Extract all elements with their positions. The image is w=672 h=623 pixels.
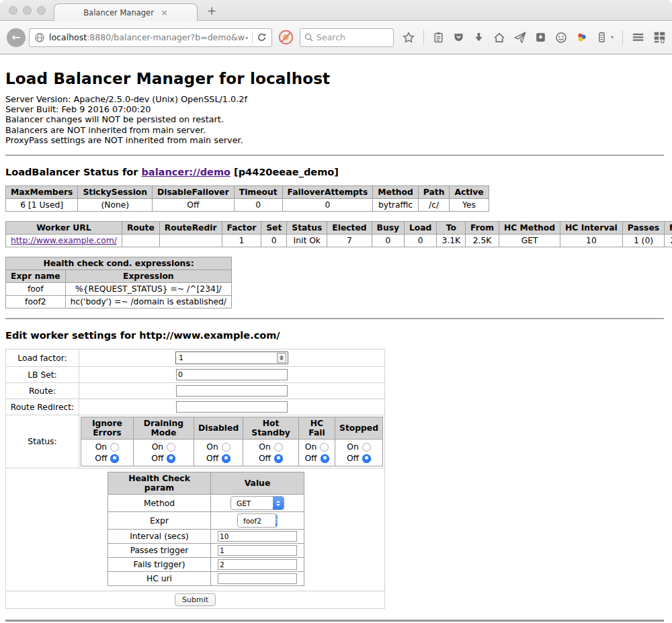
column-header: Route	[122, 222, 159, 235]
ignore-errors-on-radio[interactable]	[110, 443, 119, 452]
status-header-row: Ignore Errors Draining Mode Disabled Hot…	[81, 417, 383, 440]
tab-close-icon[interactable]: ×	[161, 8, 168, 17]
window-minimize-button[interactable]	[23, 6, 32, 15]
color-dots-extension-icon[interactable]	[576, 32, 587, 43]
disabled-on-radio[interactable]	[222, 443, 230, 452]
set-cell: 0	[261, 235, 287, 247]
column-header: Factor	[222, 222, 261, 235]
hc-header-row: Health Check param Value	[108, 472, 304, 495]
send-tab-icon[interactable]	[514, 32, 526, 44]
fails-cell: 2 (0)	[665, 235, 672, 247]
search-bar[interactable]: Search	[300, 28, 394, 47]
column-header: Path	[418, 186, 450, 199]
extension-download-icon[interactable]	[535, 32, 546, 43]
expr-select[interactable]: foof2	[237, 513, 278, 528]
balancer-params-table: MaxMembers StickySession DisableFailover…	[5, 185, 489, 212]
table-header-row: Expr name Expression	[6, 270, 232, 283]
column-header: Set	[261, 222, 287, 235]
draining-mode-off-radio[interactable]	[167, 454, 175, 463]
method-select[interactable]: GET	[230, 496, 284, 510]
balancer-demo-link[interactable]: balancer://demo	[141, 167, 230, 177]
passes-trigger-input[interactable]	[218, 545, 297, 556]
form-row: Route:	[6, 383, 385, 399]
hc-param-row: Passes trigger	[108, 544, 304, 558]
url-text[interactable]: localhost:8880/balancer-manager?b=demo&w…	[49, 32, 248, 42]
window-close-button[interactable]	[9, 6, 17, 15]
on-label: On	[305, 442, 317, 452]
fails-trigger-label: Fails trigger)	[108, 558, 211, 572]
downloads-icon[interactable]	[473, 32, 485, 43]
form-row: Load factor:	[6, 349, 385, 367]
back-button[interactable]: ←	[7, 28, 26, 47]
fails-trigger-input[interactable]	[218, 559, 297, 570]
table-header-row: MaxMembers StickySession DisableFailover…	[6, 186, 489, 199]
content-blocked-icon[interactable]	[278, 30, 294, 45]
urlbar-divider	[252, 32, 253, 44]
window-zoom-button[interactable]	[37, 6, 46, 15]
loadbalancer-status-heading: LoadBalancer Status for balancer://demo …	[5, 167, 664, 177]
maxmembers-value: 6 [1 Used]	[6, 199, 78, 212]
stopped-on-radio[interactable]	[362, 443, 371, 452]
route-redirect-input[interactable]	[176, 401, 288, 413]
reading-list-icon[interactable]	[433, 32, 444, 43]
hc-uri-input[interactable]	[218, 573, 297, 584]
column-header: Disabled	[194, 417, 243, 440]
hot-standby-off-radio[interactable]	[274, 454, 283, 463]
expr-row: foof %{REQUEST_STATUS} =~ /^[234]/	[6, 283, 232, 296]
reload-icon[interactable]	[257, 32, 267, 42]
expr-select-value: foof2	[238, 514, 276, 527]
off-label: Off	[347, 454, 359, 463]
disablefailover-value: Off	[153, 199, 235, 212]
select-stepper-icon	[276, 514, 278, 527]
worker-url-link[interactable]: http://www.example.com/	[11, 236, 117, 245]
url-bar[interactable]: localhost:8880/balancer-manager?b=demo&w…	[29, 28, 272, 47]
column-header: Expr name	[6, 270, 66, 283]
tab-balancer-manager[interactable]: Balancer Manager ×	[54, 3, 198, 21]
method-select-value: GET	[231, 497, 273, 509]
menu-hamburger-icon[interactable]	[632, 31, 644, 44]
new-tab-button[interactable]: +	[207, 4, 216, 17]
draining-mode-on-radio[interactable]	[167, 443, 175, 452]
hc-params-row: Health Check param Value Method GET	[6, 468, 385, 591]
page-content: Load Balancer Manager for localhost Serv…	[0, 54, 672, 623]
table-header-row: Worker URL Route RouteRedir Factor Set S…	[6, 222, 672, 235]
ignore-errors-off-radio[interactable]	[110, 454, 119, 463]
load-factor-field[interactable]	[175, 351, 288, 364]
load-factor-input[interactable]	[177, 353, 277, 363]
column-header: MaxMembers	[6, 186, 78, 199]
column-header: HC Fail	[298, 417, 335, 440]
submit-button[interactable]: Submit	[175, 593, 216, 606]
worker-url-cell: http://www.example.com/	[6, 235, 122, 247]
expr-row: foof2 hc('body') =~ /domain is establish…	[6, 296, 232, 308]
column-header: DisableFailover	[153, 186, 235, 199]
stopped-off-radio[interactable]	[362, 454, 371, 463]
container-battery-icon[interactable]	[596, 32, 607, 43]
hc-param-row: Method GET	[108, 495, 304, 512]
route-input[interactable]	[176, 385, 288, 397]
tab-groups-icon[interactable]	[653, 31, 666, 44]
hc-fail-on-radio[interactable]	[320, 443, 329, 452]
interval-input[interactable]	[218, 531, 297, 542]
lb-set-input[interactable]	[176, 369, 288, 380]
elected-cell: 7	[327, 235, 372, 247]
bookmark-star-icon[interactable]	[403, 32, 415, 44]
path-value: /c/	[418, 199, 450, 212]
expr-value: %{REQUEST_STATUS} =~ /^[234]/	[65, 283, 231, 296]
hc-param-row: Interval (secs)	[108, 530, 304, 544]
number-stepper-icon[interactable]	[277, 353, 286, 363]
pocket-icon[interactable]	[453, 32, 464, 43]
feedback-smiley-icon[interactable]	[555, 32, 567, 44]
chevron-down-icon[interactable]: ▾	[611, 34, 614, 40]
hot-standby-on-radio[interactable]	[274, 443, 283, 452]
server-built-line: Server Built: Feb 9 2016 07:00:20	[5, 104, 664, 114]
off-label: Off	[259, 454, 271, 463]
column-header: Value	[211, 472, 304, 495]
worker-row: http://www.example.com/ 1 0 Init Ok 7 0 …	[6, 235, 672, 247]
home-icon[interactable]	[493, 32, 505, 44]
status-radio-row: On Off On Off On Off	[81, 440, 383, 466]
edit-worker-form: Load factor: LB Set: Route: Route Redire…	[5, 349, 385, 609]
hc-param-row: HC uri	[108, 572, 304, 586]
disabled-off-radio[interactable]	[222, 454, 230, 463]
column-header: Draining Mode	[133, 417, 194, 440]
hc-fail-off-radio[interactable]	[321, 454, 329, 463]
